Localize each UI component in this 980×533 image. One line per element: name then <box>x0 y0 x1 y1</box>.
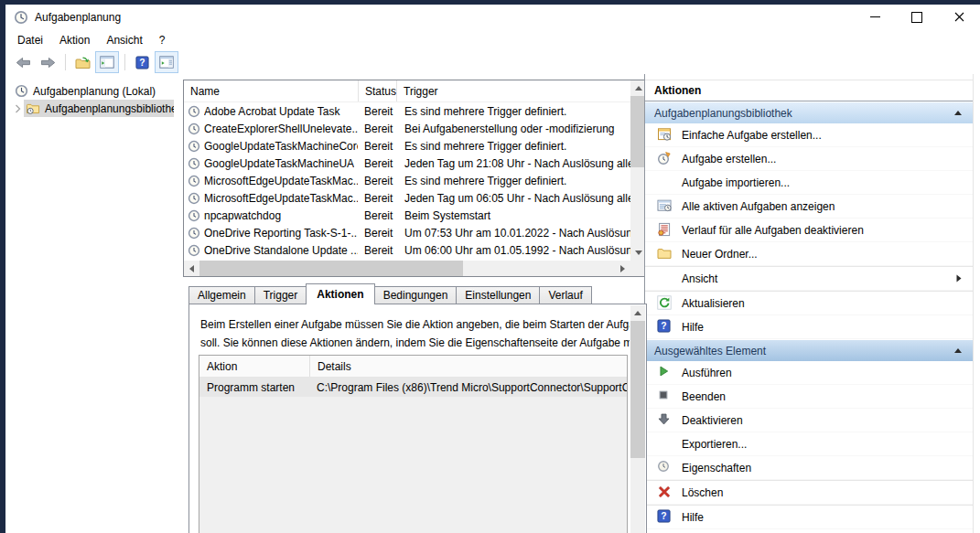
table-row[interactable]: MicrosoftEdgeUpdateTaskMac... Bereit Jed… <box>184 189 630 207</box>
actions-panel: Aktionen Aufgabenplanungsbibliothek Einf… <box>644 74 980 533</box>
chevron-right-icon[interactable] <box>15 104 21 113</box>
tab-einstellungen[interactable]: Einstellungen <box>456 286 540 304</box>
action-item-hilfe[interactable]: ? Hilfe <box>645 315 973 339</box>
action-item-label: Aufgabe erstellen... <box>682 153 776 165</box>
scroll-left-button[interactable] <box>184 261 199 276</box>
table-row[interactable]: OneDrive Standalone Update ... Bereit Um… <box>184 241 630 259</box>
task-name: npcapwatchdog <box>204 209 281 222</box>
action-item-ausfuehren[interactable]: Ausführen <box>645 361 973 385</box>
menu-hilfe[interactable]: ? <box>151 31 174 49</box>
app-clock-icon <box>14 10 28 25</box>
table-row[interactable]: GoogleUpdateTaskMachineCore Bereit Es si… <box>184 137 630 155</box>
action-item-label: Exportieren... <box>682 438 747 451</box>
back-button[interactable] <box>11 51 35 73</box>
tree-item-library[interactable]: Aufgabenplanungsbibliothek <box>5 100 174 117</box>
column-header-name[interactable]: Name <box>184 80 358 101</box>
action-item-label: Ansicht <box>682 272 717 285</box>
actions-description: Beim Erstellen einer Aufgabe müssen Sie … <box>200 315 630 352</box>
scrollbar-thumb[interactable] <box>199 261 463 276</box>
tab-allgemein[interactable]: Allgemein <box>188 286 255 304</box>
action-pane-icon <box>159 56 174 69</box>
help-icon: ? <box>657 319 671 333</box>
action-item-beenden[interactable]: Beenden <box>645 385 973 409</box>
action-item-label: Beenden <box>682 390 726 403</box>
task-clock-icon <box>188 175 200 187</box>
action-item-eigenschaften[interactable]: Eigenschaften <box>645 456 973 480</box>
action-item-aufgabe-importieren[interactable]: Aufgabe importieren... <box>645 171 973 195</box>
tab-trigger[interactable]: Trigger <box>254 286 307 304</box>
table-row[interactable]: GoogleUpdateTaskMachineUA Bereit Jeden T… <box>184 155 630 172</box>
minimize-button[interactable] <box>854 5 896 29</box>
task-trigger: Um 07:53 Uhr am 10.01.2022 - Nach Auslös… <box>397 227 630 240</box>
description-line-1: Beim Erstellen einer Aufgabe müssen Sie … <box>200 315 630 334</box>
section-header-selected-element[interactable]: Ausgewähltes Element <box>645 339 973 361</box>
description-line-2: soll. Sie können diese Aktionen ändern, … <box>200 334 630 352</box>
clock-icon <box>15 84 28 98</box>
disable-icon <box>657 412 671 426</box>
show-console-tree-button[interactable] <box>95 51 119 73</box>
column-header-status[interactable]: Status <box>358 80 396 101</box>
section-header-library[interactable]: Aufgabenplanungsbibliothek <box>645 101 973 123</box>
task-trigger: Es sind mehrere Trigger definiert. <box>397 140 630 153</box>
help-icon: ? <box>657 509 671 523</box>
action-item-label: Hilfe <box>682 321 704 334</box>
scrollbar-thumb[interactable] <box>630 321 645 458</box>
table-row[interactable]: npcapwatchdog Bereit Beim Systemstart <box>184 207 630 224</box>
action-item-neuer-ordner[interactable]: Neuer Ordner... <box>645 242 973 266</box>
menu-datei[interactable]: Datei <box>9 31 51 49</box>
properties-clock-icon <box>657 460 670 473</box>
task-list-header: Name Status Trigger <box>184 80 646 102</box>
help-button[interactable]: ? <box>130 51 154 73</box>
task-rows: Adobe Acrobat Update Task Bereit Es sind… <box>184 102 630 261</box>
tree-library-selection[interactable]: Aufgabenplanungsbibliothek <box>24 100 174 117</box>
column-header-details[interactable]: Details <box>309 356 627 377</box>
task-status: Bereit <box>358 209 397 222</box>
column-header-trigger[interactable]: Trigger <box>396 80 646 101</box>
table-row[interactable]: MicrosoftEdgeUpdateTaskMac... Bereit Es … <box>184 172 630 189</box>
task-trigger: Es sind mehrere Trigger definiert. <box>397 175 630 187</box>
show-action-pane-button[interactable] <box>155 51 178 73</box>
action-item-aufgabe-erstellen[interactable]: Aufgabe erstellen... <box>645 147 973 171</box>
menu-aktion[interactable]: Aktion <box>51 31 98 49</box>
menu-bar: Datei Aktion Ansicht ? <box>5 29 980 50</box>
table-row[interactable]: CreateExplorerShellUnelevate... Bereit B… <box>184 120 630 137</box>
tab-verlauf[interactable]: Verlauf <box>539 286 591 304</box>
scroll-right-button[interactable] <box>615 261 630 276</box>
active-tasks-icon <box>657 198 672 213</box>
action-item-hilfe-2[interactable]: ? Hilfe <box>645 505 973 529</box>
export-list-button[interactable] <box>70 51 94 73</box>
action-item-einfache-aufgabe[interactable]: Einfache Aufgabe erstellen... <box>645 123 973 147</box>
table-row[interactable]: OneDrive Reporting Task-S-1-... Bereit U… <box>184 224 630 241</box>
minimize-icon <box>870 16 880 17</box>
actions-panel-title: Aktionen <box>645 80 973 101</box>
toolbar-separator <box>65 54 66 70</box>
action-item-aktualisieren[interactable]: Aktualisieren <box>645 291 973 315</box>
forward-button[interactable] <box>36 51 59 73</box>
action-item-label: Aktualisieren <box>682 297 745 310</box>
column-header-aktion[interactable]: Aktion <box>199 356 309 377</box>
action-item-aktive-aufgaben[interactable]: Alle aktiven Aufgaben anzeigen <box>645 195 973 219</box>
action-item-ansicht[interactable]: Ansicht <box>645 266 973 291</box>
vertical-scrollbar[interactable] <box>630 305 645 533</box>
table-row[interactable]: Programm starten C:\Program Files (x86)\… <box>199 378 627 397</box>
action-item-exportieren[interactable]: Exportieren... <box>645 432 973 456</box>
maximize-button[interactable] <box>896 5 938 29</box>
task-clock-icon <box>188 123 200 135</box>
action-item-verlauf-deaktivieren[interactable]: Verlauf für alle Aufgaben deaktivieren <box>645 219 973 242</box>
task-clock-icon <box>188 157 200 170</box>
table-row[interactable]: Adobe Acrobat Update Task Bereit Es sind… <box>184 102 630 120</box>
scroll-up-button[interactable] <box>630 305 645 320</box>
tab-bedingungen[interactable]: Bedingungen <box>374 286 458 304</box>
tree-item-root[interactable]: Aufgabenplanung (Lokal) <box>5 82 174 100</box>
collapse-icon[interactable] <box>954 348 962 353</box>
action-item-label: Neuer Ordner... <box>682 248 758 261</box>
action-item-label: Aufgabe importieren... <box>682 176 790 189</box>
action-item-loeschen[interactable]: Löschen <box>645 480 973 505</box>
collapse-icon[interactable] <box>954 111 962 115</box>
tree-library-label: Aufgabenplanungsbibliothek <box>45 102 174 115</box>
close-button[interactable] <box>938 5 980 29</box>
horizontal-scrollbar[interactable] <box>184 261 630 276</box>
action-item-deaktivieren[interactable]: Deaktivieren <box>645 409 973 432</box>
menu-ansicht[interactable]: Ansicht <box>98 31 150 49</box>
tab-aktionen[interactable]: Aktionen <box>306 283 374 304</box>
